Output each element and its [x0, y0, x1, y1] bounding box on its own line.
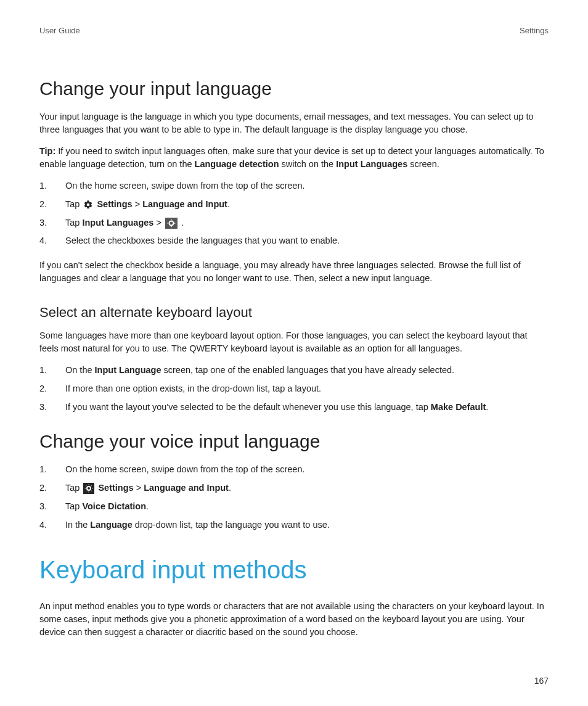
paragraph: If you can't select the checkbox beside … [39, 259, 549, 285]
paragraph: An input method enables you to type word… [39, 600, 549, 639]
page-header: User Guide Settings [39, 26, 549, 35]
overflow-settings-icon [165, 218, 178, 229]
text: screen. [407, 159, 439, 169]
text: . [486, 402, 488, 412]
tip-label: Tip: [39, 146, 55, 156]
step-item: If you want the layout you've selected t… [39, 401, 549, 414]
bold-text: Input Languages [82, 218, 153, 228]
bold-text: Language and Input [142, 199, 227, 209]
text: . [229, 483, 231, 493]
text: . [179, 218, 184, 228]
bold-text: Language and Input [144, 483, 229, 493]
text: Tap [65, 218, 82, 228]
text: > [133, 199, 143, 209]
steps-list: On the home screen, swipe down from the … [39, 463, 549, 532]
bold-text: Settings [97, 199, 132, 209]
step-item: On the Input Language screen, tap one of… [39, 364, 549, 377]
settings-gear-icon [83, 200, 93, 210]
bold-text: Language [90, 520, 132, 530]
header-left: User Guide [39, 26, 80, 35]
bold-text: Input Language [95, 365, 161, 375]
text: > [134, 483, 144, 493]
step-item: Select the checkboxes beside the languag… [39, 234, 549, 248]
heading-change-input-language: Change your input language [39, 78, 549, 99]
bold-text: Settings [98, 483, 133, 493]
heading-select-alternate-layout: Select an alternate keyboard layout [39, 305, 549, 321]
text: In the [65, 520, 90, 530]
header-right: Settings [520, 26, 549, 35]
tip-paragraph: Tip: If you need to switch input languag… [39, 145, 549, 171]
text: > [153, 218, 164, 228]
bold-text: Input Languages [336, 159, 407, 169]
text: If you want the layout you've selected t… [65, 402, 431, 412]
bold-text: Make Default [431, 402, 486, 412]
paragraph: Some languages have more than one keyboa… [39, 329, 549, 355]
text: . [227, 199, 230, 209]
paragraph: Your input language is the language in w… [39, 110, 549, 136]
steps-list: On the home screen, swipe down from the … [39, 179, 549, 248]
step-item: Tap Voice Dictation. [39, 500, 549, 514]
bold-text: Voice Dictation [82, 501, 146, 511]
text: Tap [65, 483, 82, 493]
settings-gear-icon [83, 483, 94, 494]
heading-keyboard-input-methods: Keyboard input methods [39, 556, 549, 584]
text: . [146, 501, 149, 511]
step-item: Tap Settings > Language and Input. [39, 198, 549, 211]
step-item: Tap Settings > Language and Input. [39, 482, 549, 495]
steps-list: On the Input Language screen, tap one of… [39, 364, 549, 414]
text: screen, tap one of the enabled languages… [161, 365, 455, 375]
step-item: If more than one option exists, in the d… [39, 382, 549, 396]
step-item: On the home screen, swipe down from the … [39, 179, 549, 193]
text: On the [65, 365, 95, 375]
step-item: On the home screen, swipe down from the … [39, 463, 549, 477]
heading-change-voice-input-language: Change your voice input language [39, 431, 549, 452]
step-item: In the Language drop-down list, tap the … [39, 519, 549, 532]
text: drop-down list, tap the language you wan… [133, 520, 330, 530]
text: switch on the [279, 159, 337, 169]
bold-text: Language detection [195, 159, 279, 169]
text: Tap [65, 199, 82, 209]
step-item: Tap Input Languages > . [39, 216, 549, 230]
text: Tap [65, 501, 82, 511]
page-number: 167 [39, 676, 549, 686]
